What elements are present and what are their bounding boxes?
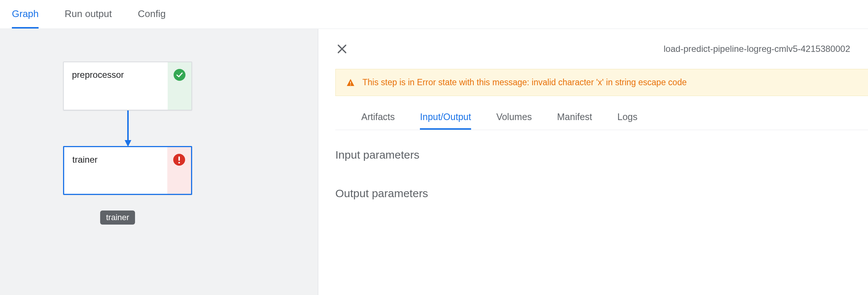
node-tooltip: trainer [100,211,135,225]
svg-point-7 [350,84,351,85]
error-banner: This step is in Error state with this me… [335,69,868,96]
svg-rect-4 [178,156,180,161]
subtab-input-output[interactable]: Input/Output [420,112,471,130]
node-status-success [168,62,191,110]
graph-node-preprocessor[interactable]: preprocessor [63,62,192,110]
graph-node-label: trainer [64,147,167,194]
graph-node-label: preprocessor [64,62,168,110]
graph-edge [122,110,134,148]
tab-config[interactable]: Config [138,8,165,29]
error-circle-icon [173,154,185,166]
parameters-section: Input parameters Output parameters [318,130,868,226]
detail-header: load-predict-pipeline-logreg-cmlv5-42153… [318,29,868,69]
svg-point-5 [178,162,180,164]
graph-canvas[interactable]: preprocessor trainer [0,29,318,295]
main-layout: preprocessor trainer [0,29,868,295]
tab-run-output[interactable]: Run output [65,8,112,29]
input-parameters-heading: Input parameters [335,149,868,161]
tab-graph[interactable]: Graph [12,8,39,29]
subtab-artifacts[interactable]: Artifacts [361,112,395,130]
run-title: load-predict-pipeline-logreg-cmlv5-42153… [664,44,850,54]
output-parameters-heading: Output parameters [335,187,868,200]
subtab-manifest[interactable]: Manifest [557,112,592,130]
check-circle-icon [174,69,185,81]
warning-icon [346,78,355,87]
svg-rect-6 [350,82,351,84]
subtab-volumes[interactable]: Volumes [496,112,532,130]
graph-node-trainer[interactable]: trainer [63,146,192,195]
sub-tab-bar: Artifacts Input/Output Volumes Manifest … [335,96,868,130]
node-status-error [167,147,191,194]
detail-panel: load-predict-pipeline-logreg-cmlv5-42153… [318,29,868,295]
subtab-logs[interactable]: Logs [617,112,637,130]
svg-point-0 [174,69,185,81]
top-tab-bar: Graph Run output Config [0,0,868,29]
close-icon [336,43,348,54]
close-button[interactable] [335,42,349,56]
error-banner-text: This step is in Error state with this me… [362,77,687,87]
